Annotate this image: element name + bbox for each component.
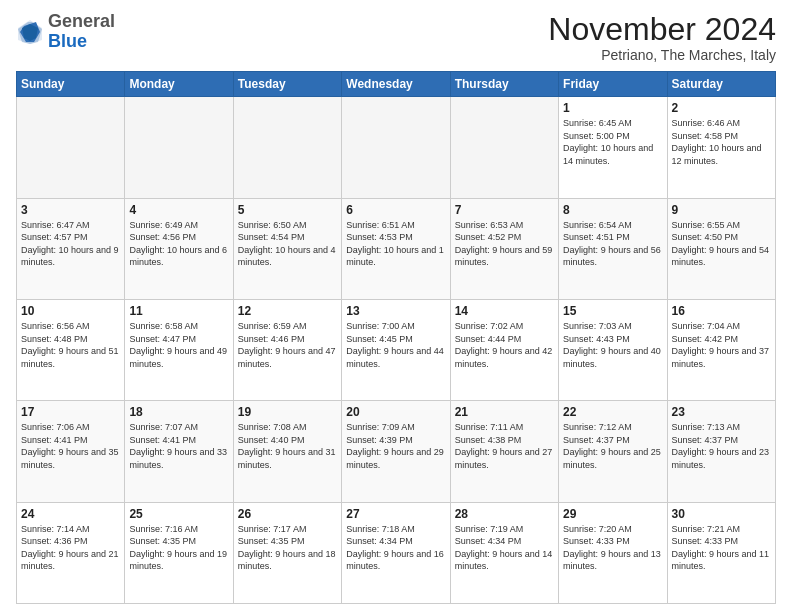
day-number: 24 xyxy=(21,507,120,521)
day-info: Sunrise: 6:47 AM Sunset: 4:57 PM Dayligh… xyxy=(21,219,120,269)
day-info: Sunrise: 7:00 AM Sunset: 4:45 PM Dayligh… xyxy=(346,320,445,370)
day-number: 14 xyxy=(455,304,554,318)
col-monday: Monday xyxy=(125,72,233,97)
col-wednesday: Wednesday xyxy=(342,72,450,97)
day-number: 29 xyxy=(563,507,662,521)
calendar-cell: 8Sunrise: 6:54 AM Sunset: 4:51 PM Daylig… xyxy=(559,198,667,299)
calendar-cell: 26Sunrise: 7:17 AM Sunset: 4:35 PM Dayli… xyxy=(233,502,341,603)
day-number: 3 xyxy=(21,203,120,217)
day-info: Sunrise: 7:11 AM Sunset: 4:38 PM Dayligh… xyxy=(455,421,554,471)
day-number: 10 xyxy=(21,304,120,318)
calendar-cell: 5Sunrise: 6:50 AM Sunset: 4:54 PM Daylig… xyxy=(233,198,341,299)
day-info: Sunrise: 7:03 AM Sunset: 4:43 PM Dayligh… xyxy=(563,320,662,370)
day-info: Sunrise: 6:51 AM Sunset: 4:53 PM Dayligh… xyxy=(346,219,445,269)
day-info: Sunrise: 7:06 AM Sunset: 4:41 PM Dayligh… xyxy=(21,421,120,471)
month-title: November 2024 xyxy=(548,12,776,47)
day-number: 2 xyxy=(672,101,771,115)
day-number: 8 xyxy=(563,203,662,217)
calendar-cell: 15Sunrise: 7:03 AM Sunset: 4:43 PM Dayli… xyxy=(559,299,667,400)
calendar-cell: 14Sunrise: 7:02 AM Sunset: 4:44 PM Dayli… xyxy=(450,299,558,400)
day-number: 16 xyxy=(672,304,771,318)
day-info: Sunrise: 7:18 AM Sunset: 4:34 PM Dayligh… xyxy=(346,523,445,573)
day-number: 20 xyxy=(346,405,445,419)
day-info: Sunrise: 6:49 AM Sunset: 4:56 PM Dayligh… xyxy=(129,219,228,269)
day-info: Sunrise: 7:16 AM Sunset: 4:35 PM Dayligh… xyxy=(129,523,228,573)
day-number: 28 xyxy=(455,507,554,521)
calendar-cell: 9Sunrise: 6:55 AM Sunset: 4:50 PM Daylig… xyxy=(667,198,775,299)
day-number: 15 xyxy=(563,304,662,318)
calendar-cell: 1Sunrise: 6:45 AM Sunset: 5:00 PM Daylig… xyxy=(559,97,667,198)
calendar-cell xyxy=(17,97,125,198)
day-info: Sunrise: 6:46 AM Sunset: 4:58 PM Dayligh… xyxy=(672,117,771,167)
day-info: Sunrise: 7:14 AM Sunset: 4:36 PM Dayligh… xyxy=(21,523,120,573)
day-number: 27 xyxy=(346,507,445,521)
calendar-cell: 6Sunrise: 6:51 AM Sunset: 4:53 PM Daylig… xyxy=(342,198,450,299)
day-number: 17 xyxy=(21,405,120,419)
day-number: 11 xyxy=(129,304,228,318)
day-number: 18 xyxy=(129,405,228,419)
day-number: 4 xyxy=(129,203,228,217)
day-number: 25 xyxy=(129,507,228,521)
day-info: Sunrise: 7:09 AM Sunset: 4:39 PM Dayligh… xyxy=(346,421,445,471)
header-row: Sunday Monday Tuesday Wednesday Thursday… xyxy=(17,72,776,97)
calendar-cell: 21Sunrise: 7:11 AM Sunset: 4:38 PM Dayli… xyxy=(450,401,558,502)
calendar-cell: 27Sunrise: 7:18 AM Sunset: 4:34 PM Dayli… xyxy=(342,502,450,603)
day-info: Sunrise: 7:12 AM Sunset: 4:37 PM Dayligh… xyxy=(563,421,662,471)
day-number: 6 xyxy=(346,203,445,217)
page: General Blue November 2024 Petriano, The… xyxy=(0,0,792,612)
calendar-cell: 10Sunrise: 6:56 AM Sunset: 4:48 PM Dayli… xyxy=(17,299,125,400)
day-info: Sunrise: 7:07 AM Sunset: 4:41 PM Dayligh… xyxy=(129,421,228,471)
day-number: 9 xyxy=(672,203,771,217)
day-info: Sunrise: 6:56 AM Sunset: 4:48 PM Dayligh… xyxy=(21,320,120,370)
calendar-cell: 23Sunrise: 7:13 AM Sunset: 4:37 PM Dayli… xyxy=(667,401,775,502)
day-info: Sunrise: 7:04 AM Sunset: 4:42 PM Dayligh… xyxy=(672,320,771,370)
day-info: Sunrise: 7:02 AM Sunset: 4:44 PM Dayligh… xyxy=(455,320,554,370)
day-info: Sunrise: 7:21 AM Sunset: 4:33 PM Dayligh… xyxy=(672,523,771,573)
col-thursday: Thursday xyxy=(450,72,558,97)
calendar-week-3: 10Sunrise: 6:56 AM Sunset: 4:48 PM Dayli… xyxy=(17,299,776,400)
day-info: Sunrise: 7:08 AM Sunset: 4:40 PM Dayligh… xyxy=(238,421,337,471)
calendar-cell: 12Sunrise: 6:59 AM Sunset: 4:46 PM Dayli… xyxy=(233,299,341,400)
day-info: Sunrise: 6:50 AM Sunset: 4:54 PM Dayligh… xyxy=(238,219,337,269)
day-info: Sunrise: 6:59 AM Sunset: 4:46 PM Dayligh… xyxy=(238,320,337,370)
logo-blue: Blue xyxy=(48,31,87,51)
day-info: Sunrise: 7:17 AM Sunset: 4:35 PM Dayligh… xyxy=(238,523,337,573)
calendar-cell xyxy=(125,97,233,198)
day-number: 26 xyxy=(238,507,337,521)
header: General Blue November 2024 Petriano, The… xyxy=(16,12,776,63)
day-number: 13 xyxy=(346,304,445,318)
day-number: 22 xyxy=(563,405,662,419)
calendar-cell xyxy=(233,97,341,198)
location-subtitle: Petriano, The Marches, Italy xyxy=(548,47,776,63)
day-info: Sunrise: 7:13 AM Sunset: 4:37 PM Dayligh… xyxy=(672,421,771,471)
title-area: November 2024 Petriano, The Marches, Ita… xyxy=(548,12,776,63)
calendar-cell: 22Sunrise: 7:12 AM Sunset: 4:37 PM Dayli… xyxy=(559,401,667,502)
day-info: Sunrise: 7:19 AM Sunset: 4:34 PM Dayligh… xyxy=(455,523,554,573)
day-number: 5 xyxy=(238,203,337,217)
day-number: 7 xyxy=(455,203,554,217)
calendar-cell: 30Sunrise: 7:21 AM Sunset: 4:33 PM Dayli… xyxy=(667,502,775,603)
day-info: Sunrise: 6:53 AM Sunset: 4:52 PM Dayligh… xyxy=(455,219,554,269)
day-number: 12 xyxy=(238,304,337,318)
calendar-week-4: 17Sunrise: 7:06 AM Sunset: 4:41 PM Dayli… xyxy=(17,401,776,502)
col-friday: Friday xyxy=(559,72,667,97)
day-number: 23 xyxy=(672,405,771,419)
calendar-cell: 28Sunrise: 7:19 AM Sunset: 4:34 PM Dayli… xyxy=(450,502,558,603)
calendar-cell: 29Sunrise: 7:20 AM Sunset: 4:33 PM Dayli… xyxy=(559,502,667,603)
day-number: 21 xyxy=(455,405,554,419)
calendar-cell: 18Sunrise: 7:07 AM Sunset: 4:41 PM Dayli… xyxy=(125,401,233,502)
logo-general: General xyxy=(48,11,115,31)
calendar-cell xyxy=(342,97,450,198)
calendar-cell: 20Sunrise: 7:09 AM Sunset: 4:39 PM Dayli… xyxy=(342,401,450,502)
calendar-cell: 2Sunrise: 6:46 AM Sunset: 4:58 PM Daylig… xyxy=(667,97,775,198)
day-info: Sunrise: 6:58 AM Sunset: 4:47 PM Dayligh… xyxy=(129,320,228,370)
calendar-cell: 25Sunrise: 7:16 AM Sunset: 4:35 PM Dayli… xyxy=(125,502,233,603)
calendar-week-2: 3Sunrise: 6:47 AM Sunset: 4:57 PM Daylig… xyxy=(17,198,776,299)
day-number: 19 xyxy=(238,405,337,419)
calendar-week-5: 24Sunrise: 7:14 AM Sunset: 4:36 PM Dayli… xyxy=(17,502,776,603)
calendar-cell xyxy=(450,97,558,198)
logo-icon xyxy=(16,18,44,46)
col-saturday: Saturday xyxy=(667,72,775,97)
calendar-cell: 19Sunrise: 7:08 AM Sunset: 4:40 PM Dayli… xyxy=(233,401,341,502)
logo: General Blue xyxy=(16,12,115,52)
